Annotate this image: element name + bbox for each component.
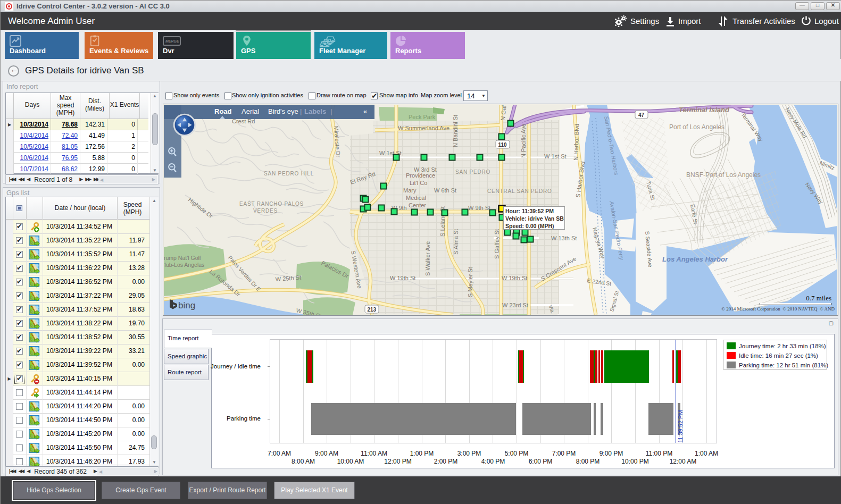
svg-text:BNSF-Port of Los Angeles: BNSF-Port of Los Angeles xyxy=(686,171,761,179)
svg-text:N Pacific Ave: N Pacific Ave xyxy=(520,123,527,158)
svg-text:N Bandini St: N Bandini St xyxy=(452,115,459,147)
svg-text:W 9th St: W 9th St xyxy=(468,205,490,211)
svg-text:W 19th St: W 19th St xyxy=(502,275,527,281)
svg-text:S Gaffey St: S Gaffey St xyxy=(494,229,500,259)
svg-text:213: 213 xyxy=(368,307,377,313)
svg-text:Peck Park: Peck Park xyxy=(409,114,436,120)
svg-text:SAN PEDRO: SAN PEDRO xyxy=(455,169,490,175)
svg-text:W Summerland Ave: W Summerland Ave xyxy=(398,125,449,131)
svg-text:MERGE: MERGE xyxy=(165,39,179,43)
svg-text:W 1st St: W 1st St xyxy=(544,153,567,159)
svg-text:S Meyler St: S Meyler St xyxy=(467,267,473,297)
svg-text:Mary: Mary xyxy=(403,187,417,194)
svg-text:W 19th St: W 19th St xyxy=(390,275,415,281)
svg-text:EAST RANCHO PALOS: EAST RANCHO PALOS xyxy=(239,201,304,207)
svg-text:bing: bing xyxy=(178,300,195,310)
svg-text:110: 110 xyxy=(498,142,507,148)
svg-text:Port of Los Angeles: Port of Los Angeles xyxy=(669,123,725,131)
svg-text:W 23rd St: W 23rd St xyxy=(502,302,528,308)
svg-text:SAN PEDRO HILL: SAN PEDRO HILL xyxy=(264,171,314,177)
svg-text:Providence: Providence xyxy=(406,172,435,179)
svg-text:W 6th St: W 6th St xyxy=(434,187,456,194)
svg-text:S Walker Ave: S Walker Ave xyxy=(424,241,431,276)
svg-text:N Harbor Blvd: N Harbor Blvd xyxy=(572,124,580,161)
svg-text:Club-Los Angelas: Club-Los Angelas xyxy=(164,262,204,268)
svg-text:Center: Center xyxy=(409,202,426,208)
svg-text:Trump Nat'l Golf: Trump Nat'l Golf xyxy=(164,255,201,261)
svg-text:Lit'l Co: Lit'l Co xyxy=(410,180,427,186)
svg-text:W 13th St: W 13th St xyxy=(551,235,577,241)
svg-text:S Alma St: S Alma St xyxy=(453,229,459,255)
svg-text:Medical: Medical xyxy=(406,195,426,201)
svg-text:47: 47 xyxy=(638,112,645,118)
svg-text:Los Angeles Harbor: Los Angeles Harbor xyxy=(662,255,728,263)
svg-text:VERDES: VERDES xyxy=(253,208,278,214)
svg-text:Terminal Island: Terminal Island xyxy=(679,106,730,114)
svg-text:CENTRAL SAN PEDRO: CENTRAL SAN PEDRO xyxy=(487,188,552,194)
